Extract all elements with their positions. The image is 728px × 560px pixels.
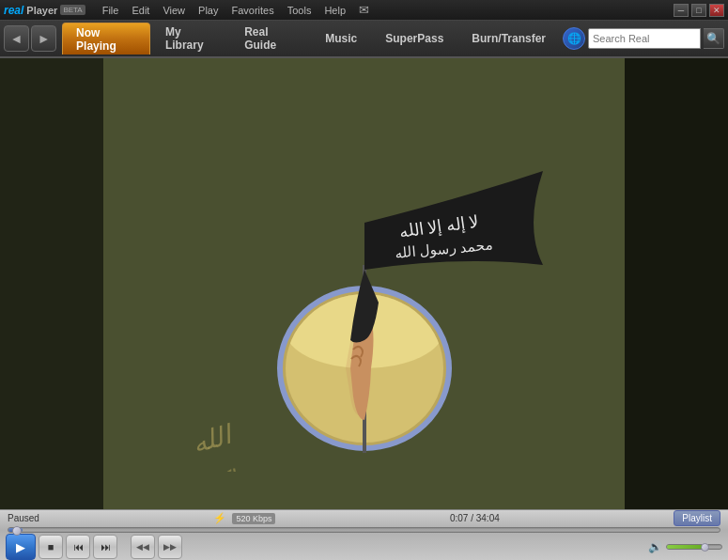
logo-real: real	[4, 4, 23, 17]
minimize-button[interactable]: ─	[674, 4, 689, 17]
tab-real-guide[interactable]: Real Guide	[231, 23, 310, 54]
back-button[interactable]: ◄	[4, 25, 29, 52]
next-button[interactable]: ⏭	[93, 535, 117, 559]
menu-tools[interactable]: Tools	[282, 3, 318, 18]
menu-bar: File Edit View Play Favorites Tools Help…	[97, 3, 369, 18]
menu-view[interactable]: View	[157, 3, 191, 18]
network-icon: ⚡	[213, 512, 226, 524]
rewind-button[interactable]: ◀◀	[131, 535, 155, 559]
stop-button[interactable]: ■	[39, 535, 63, 559]
volume-area: 🔊	[648, 540, 722, 553]
progress-track[interactable]	[8, 527, 720, 533]
tab-burn-transfer[interactable]: Burn/Transfer	[458, 23, 559, 54]
status-text: Paused	[8, 513, 39, 523]
controls-bar: Paused ⚡ 520 Kbps 0:07 / 34:04 Playlist …	[0, 509, 728, 560]
title-bar: real Player BETA File Edit View Play Fav…	[0, 0, 728, 21]
volume-track[interactable]	[666, 544, 722, 550]
playlist-button[interactable]: Playlist	[674, 510, 720, 526]
left-dark-overlay	[0, 58, 103, 509]
menu-favorites[interactable]: Favorites	[225, 3, 279, 18]
forward-button[interactable]: ►	[31, 25, 56, 52]
time-display: 0:07 / 34:04	[450, 513, 500, 523]
volume-icon: 🔊	[648, 540, 662, 553]
maximize-button[interactable]: □	[691, 4, 706, 17]
beta-badge: BETA	[60, 5, 85, 15]
nav-bar: ◄ ► Now Playing My Library Real Guide Mu…	[0, 21, 728, 58]
video-display: لا إله إلا الله محمد رسول الله الله اكبر	[130, 68, 599, 500]
title-bar-right: ─ □ ✕	[674, 4, 724, 17]
logo-player: Player	[26, 5, 57, 16]
menu-edit[interactable]: Edit	[126, 3, 155, 18]
menu-help[interactable]: Help	[318, 3, 351, 18]
progress-thumb[interactable]	[12, 526, 22, 536]
menu-file[interactable]: File	[97, 3, 125, 18]
status-row: Paused ⚡ 520 Kbps 0:07 / 34:04 Playlist	[0, 510, 728, 526]
fastforward-button[interactable]: ▶▶	[158, 535, 182, 559]
bitrate-label: 520 Kbps	[236, 514, 271, 523]
close-button[interactable]: ✕	[709, 4, 724, 17]
play-button[interactable]: ▶	[6, 534, 36, 560]
search-globe-icon[interactable]: 🌐	[563, 27, 585, 50]
tab-now-playing[interactable]: Now Playing	[62, 23, 150, 54]
logo-area: real Player BETA	[4, 4, 85, 17]
buttons-row: ▶ ■ ⏮ ⏭ ◀◀ ▶▶ 🔊	[0, 534, 728, 560]
album-art: لا إله إلا الله محمد رسول الله الله اكبر	[177, 96, 552, 472]
tab-superpass[interactable]: SuperPass	[372, 23, 457, 54]
menu-play[interactable]: Play	[193, 3, 224, 18]
search-input[interactable]	[588, 28, 701, 49]
progress-row	[0, 526, 728, 534]
bitrate-info: ⚡ 520 Kbps	[213, 512, 275, 524]
prev-button[interactable]: ⏮	[66, 535, 90, 559]
title-bar-left: real Player BETA File Edit View Play Fav…	[4, 3, 369, 18]
tab-music[interactable]: Music	[312, 23, 370, 54]
volume-fill	[667, 545, 705, 549]
search-area: 🌐 🔍	[563, 27, 724, 50]
tab-my-library[interactable]: My Library	[152, 23, 229, 54]
search-button[interactable]: 🔍	[704, 28, 724, 49]
bitrate-badge: 520 Kbps	[232, 513, 275, 524]
volume-thumb[interactable]	[701, 543, 709, 552]
main-content: لا إله إلا الله محمد رسول الله الله اكبر	[0, 58, 728, 509]
right-dark-overlay	[625, 58, 728, 509]
email-icon[interactable]: ✉	[359, 3, 369, 17]
